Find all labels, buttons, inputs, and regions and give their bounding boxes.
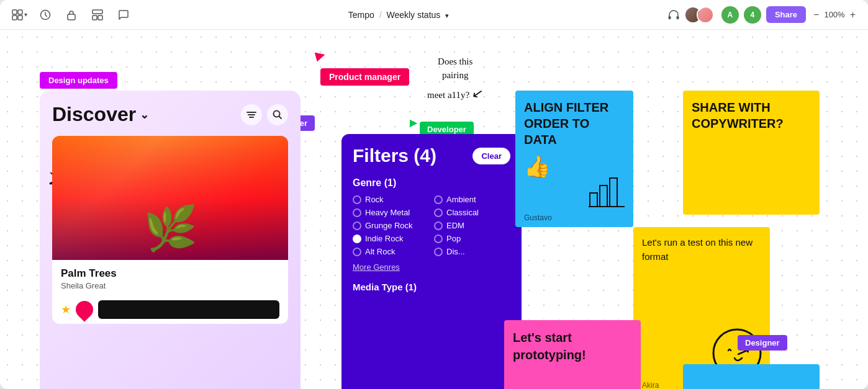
label-designer[interactable]: Designer: [738, 335, 787, 351]
music-card-footer: ★: [52, 295, 288, 324]
media-type-title: Media Type (1): [353, 282, 510, 292]
filter-item-grunge-rock[interactable]: Grunge Rock: [353, 221, 429, 230]
filter-item-alt-rock[interactable]: Alt Rock: [353, 247, 429, 256]
filter-radio-indie-rock[interactable]: [353, 235, 361, 243]
zoom-controls: − 100% +: [811, 8, 858, 22]
label-design-updates[interactable]: Design updates: [40, 72, 117, 89]
svg-rect-1: [18, 10, 22, 14]
svg-rect-19: [610, 178, 617, 207]
filter-radio-ambient[interactable]: [434, 195, 443, 204]
svg-rect-7: [93, 16, 97, 20]
black-bar-decoration: [98, 300, 279, 319]
filter-item-pop[interactable]: Pop: [434, 234, 510, 243]
note-test-text: Let's run a test on this new format: [642, 236, 761, 264]
pink-shape-decoration: [72, 297, 97, 322]
filter-radio-heavy-metal[interactable]: [353, 208, 361, 217]
discover-chevron-icon[interactable]: ⌄: [140, 108, 149, 122]
music-card[interactable]: 🌿 Palm Trees Sheila Great ★: [52, 136, 288, 324]
filters-panel: Filters (4) Clear Genre (1) Rock Ambient…: [341, 134, 522, 389]
akira-label: Akira: [642, 381, 659, 389]
cursor-green-icon: ▶: [410, 117, 417, 128]
zoom-level: 100%: [824, 10, 844, 19]
svg-rect-3: [18, 16, 22, 20]
lock-icon-button[interactable]: [62, 6, 81, 24]
filter-icon-button[interactable]: [241, 104, 262, 125]
breadcrumb: Tempo / Weekly status ▾: [348, 10, 449, 20]
filter-item-dis[interactable]: Dis...: [434, 247, 510, 256]
note-prototype-text: Let's start prototyping!: [513, 329, 632, 364]
label-product-manager[interactable]: Product manager: [320, 68, 409, 86]
app-window: ▾: [0, 0, 868, 389]
zoom-out-button[interactable]: −: [811, 8, 821, 22]
avatar-a: A: [721, 6, 739, 24]
gustavo-label: Gustavo: [524, 213, 552, 222]
avatar-2: [697, 6, 714, 24]
filter-radio-edm[interactable]: [434, 221, 443, 230]
grid-tool-button[interactable]: ▾: [10, 6, 29, 24]
note-blue-bottom: [683, 364, 820, 389]
svg-rect-10: [676, 16, 679, 19]
filter-radio-classical[interactable]: [434, 208, 443, 217]
filters-title: Filters (4): [353, 145, 436, 166]
zoom-in-button[interactable]: +: [848, 8, 858, 22]
filter-item-heavy-metal[interactable]: Heavy Metal: [353, 208, 429, 217]
svg-rect-2: [12, 16, 17, 20]
filter-radio-grunge-rock[interactable]: [353, 221, 361, 230]
breadcrumb-area: Tempo / Weekly status ▾: [143, 10, 654, 20]
filter-item-ambient[interactable]: Ambient: [434, 195, 510, 204]
annotation-text: Does thispairingmeet a11y?: [427, 56, 472, 100]
music-panel-header: Discover ⌄: [52, 103, 288, 126]
filter-item-edm[interactable]: EDM: [434, 221, 510, 230]
cursor-pink-icon: ▶: [314, 46, 327, 63]
filter-item-classical[interactable]: Classical: [434, 208, 510, 217]
filter-item-indie-rock[interactable]: Indie Rock: [353, 234, 429, 243]
music-card-info: Palm Trees Sheila Great: [52, 260, 288, 295]
notification-count-badge: 4: [744, 6, 761, 24]
note-share-copywriter[interactable]: SHARE WITH COPYWRITER?: [683, 91, 820, 215]
star-icon: ★: [61, 303, 71, 316]
layout-icon-button[interactable]: [88, 6, 107, 24]
svg-rect-18: [600, 186, 607, 207]
clear-button[interactable]: Clear: [472, 148, 510, 164]
note-prototype[interactable]: Let's start prototyping!: [504, 320, 641, 389]
discover-title: Discover ⌄: [52, 103, 149, 126]
filter-radio-alt-rock[interactable]: [353, 248, 361, 256]
bar-chart-decoration: [589, 174, 626, 208]
filter-radio-rock[interactable]: [353, 195, 361, 204]
music-card-image: 🌿: [52, 136, 288, 260]
note-align-filter-text: ALIGN FILTER ORDER TO DATA: [524, 99, 625, 148]
svg-rect-0: [12, 10, 17, 14]
titlebar-right: A 4 Share − 100% +: [664, 6, 858, 24]
music-panel-icons: [241, 104, 288, 125]
svg-line-16: [279, 116, 282, 118]
card-artist: Sheila Great: [61, 281, 279, 290]
breadcrumb-chevron-icon[interactable]: ▾: [445, 12, 449, 19]
svg-rect-6: [93, 10, 102, 14]
svg-rect-5: [68, 14, 75, 20]
toolbar-left: ▾: [10, 6, 133, 24]
card-title: Palm Trees: [61, 267, 279, 280]
clock-icon-button[interactable]: [36, 6, 55, 24]
collaborators-avatars: [688, 6, 714, 24]
filter-radio-pop[interactable]: [434, 235, 443, 243]
note-align-filter[interactable]: ALIGN FILTER ORDER TO DATA 👍 Gustavo: [515, 91, 633, 227]
svg-rect-9: [668, 16, 671, 19]
note-share-text: SHARE WITH COPYWRITER?: [692, 99, 811, 132]
svg-rect-17: [590, 193, 597, 207]
annotation-a11y: Does thispairingmeet a11y? ↙: [427, 55, 483, 104]
more-genres-link[interactable]: More Genres: [353, 262, 510, 272]
share-button[interactable]: Share: [766, 6, 806, 23]
genre-section-title: Genre (1): [353, 177, 510, 189]
genre-filter-list: Rock Ambient Heavy Metal Classical Grung…: [353, 195, 510, 256]
search-icon-button[interactable]: [267, 104, 288, 125]
headphones-icon-button[interactable]: [664, 6, 683, 24]
music-app-panel: Discover ⌄: [40, 91, 301, 389]
filter-item-rock[interactable]: Rock: [353, 195, 429, 204]
titlebar: ▾: [0, 0, 868, 30]
comment-icon-button[interactable]: [114, 6, 133, 24]
svg-rect-8: [98, 16, 102, 20]
filters-header: Filters (4) Clear: [353, 145, 510, 166]
filter-radio-dis[interactable]: [434, 248, 443, 256]
canvas-area[interactable]: Design updates ▶ Product manager Does th…: [0, 30, 868, 389]
